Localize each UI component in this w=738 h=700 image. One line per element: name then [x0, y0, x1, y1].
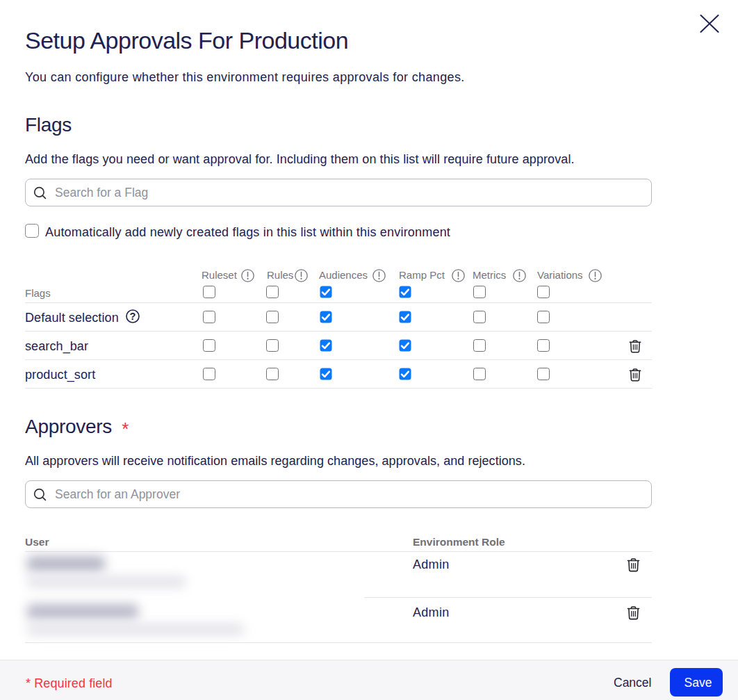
svg-text:?: ? — [130, 311, 136, 322]
